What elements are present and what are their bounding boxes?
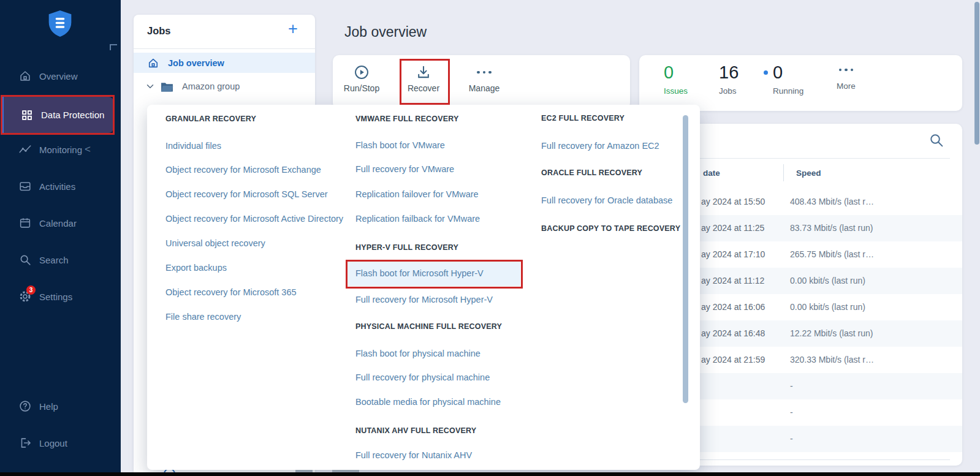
issues-label: Issues (664, 86, 688, 96)
menu-item-full-recovery-nutanix[interactable]: Full recovery for Nutanix AHV (355, 450, 472, 460)
sidebar-item-label: Settings (39, 292, 72, 302)
jobs-item-label: Job overview (168, 58, 224, 68)
stat-issues: 0 Issues (664, 62, 688, 96)
app-window: Overview Data Protection (0, 0, 980, 476)
cell-speed: 83.73 Mbit/s (last run) (790, 215, 873, 241)
sidebar-item-label: Calendar (39, 218, 77, 229)
cell-speed: - (790, 373, 793, 399)
column-header-speed[interactable]: Speed (796, 162, 821, 184)
menu-item-export-backups[interactable]: Export backups (165, 263, 227, 273)
sidebar-item-label: Logout (39, 438, 67, 448)
cell-speed: 320.33 Mbit/s (last r… (790, 347, 874, 373)
sidebar-item-overview[interactable]: Overview (0, 62, 121, 89)
issues-value: 0 (664, 62, 688, 83)
menu-item-bootable-media-physical[interactable]: Bootable media for physical machine (355, 397, 501, 407)
recovery-section-header: NUTANIX AHV FULL RECOVERY (355, 426, 476, 435)
more-label: More (837, 81, 856, 91)
menu-item-flash-boot-physical[interactable]: Flash boot for physical machine (355, 349, 481, 358)
sidebar-item-search[interactable]: Search (0, 246, 121, 273)
chevron-left-icon[interactable]: < (85, 143, 91, 156)
recovery-section-header: VMWARE FULL RECOVERY (355, 115, 459, 123)
menu-item-flash-boot-vmware[interactable]: Flash boot for VMware (355, 140, 445, 150)
sidebar-item-label: Activities (39, 181, 75, 192)
sidebar-item-settings[interactable]: 3 Settings (0, 283, 121, 310)
home-icon (18, 69, 32, 83)
sidebar-collapse-icon[interactable] (110, 44, 117, 50)
job-stats-panel: 0 Issues 16 Jobs 0 Running More (639, 55, 962, 111)
menu-item-active-directory[interactable]: Object recovery for Microsoft Active Dir… (165, 214, 343, 224)
logout-icon (18, 436, 32, 450)
menu-item-universal-object[interactable]: Universal object recovery (165, 238, 265, 248)
window-bottom-edge (0, 472, 980, 476)
play-circle-icon (334, 62, 389, 82)
jobs-item-label: Amazon group (182, 81, 240, 91)
add-job-button[interactable]: + (288, 20, 298, 39)
dropdown-scrollbar[interactable] (683, 115, 688, 403)
running-dot-icon (764, 70, 768, 75)
cell-date: ay 2024 at 21:59 (701, 347, 765, 373)
sidebar-item-label: Overview (39, 71, 78, 81)
gear-icon: 3 (18, 290, 32, 303)
page-scrollbar[interactable] (974, 2, 979, 145)
menu-item-replication-failback-vmware[interactable]: Replication failback for VMware (355, 214, 480, 224)
jobs-value: 16 (719, 62, 739, 83)
inbox-icon (18, 179, 32, 193)
menu-item-sql-server[interactable]: Object recovery for Microsoft SQL Server (165, 189, 328, 199)
cell-date: ay 2024 at 17:10 (701, 241, 765, 268)
menu-item-file-share[interactable]: File share recovery (165, 312, 241, 322)
job-toolbar: Run/Stop Recover Manage (333, 55, 630, 109)
sidebar-item-label: Data Protection (41, 110, 104, 120)
menu-item-replication-failover-vmware[interactable]: Replication failover for VMware (355, 189, 479, 199)
manage-label: Manage (457, 83, 512, 93)
sidebar-item-logout[interactable]: Logout (0, 429, 121, 456)
home-icon (147, 57, 159, 69)
column-divider[interactable] (783, 164, 784, 181)
search-icon (18, 253, 32, 266)
page-title: Job overview (344, 24, 427, 40)
menu-item-full-recovery-hyperv[interactable]: Full recovery for Microsoft Hyper-V (355, 295, 493, 304)
menu-item-microsoft-365[interactable]: Object recovery for Microsoft 365 (165, 287, 297, 297)
cell-speed: 408.43 Mbit/s (last r… (790, 189, 874, 215)
cell-speed: 0.00 kbit/s (last run) (790, 294, 865, 320)
sidebar-item-label: Monitoring (39, 145, 82, 155)
folder-icon (161, 81, 173, 92)
calendar-icon (18, 216, 32, 230)
menu-item-full-recovery-oracle[interactable]: Full recovery for Oracle database (541, 195, 672, 205)
app-logo-shield-icon (47, 9, 74, 39)
menu-item-full-recovery-vmware[interactable]: Full recovery for VMware (355, 164, 454, 174)
running-value: 0 (773, 62, 803, 83)
menu-item-individual-files[interactable]: Individual files (165, 141, 221, 151)
sidebar-item-calendar[interactable]: Calendar (0, 210, 121, 236)
sidebar-item-activities[interactable]: Activities (0, 173, 121, 200)
menu-item-full-recovery-ec2[interactable]: Full recovery for Amazon EC2 (541, 141, 659, 151)
menu-item-exchange[interactable]: Object recovery for Microsoft Exchange (165, 165, 321, 175)
cell-date: ay 2024 at 11:12 (701, 268, 764, 294)
cell-speed: 0.00 kbit/s (last run) (790, 268, 865, 294)
run-stop-button[interactable]: Run/Stop (334, 62, 389, 93)
stats-more-button[interactable]: More (837, 62, 856, 91)
running-label: Running (773, 86, 803, 96)
sidebar-item-help[interactable]: Help (0, 393, 121, 420)
sidebar-item-data-protection[interactable]: Data Protection (2, 97, 113, 133)
monitoring-chart-icon (18, 143, 32, 156)
settings-badge: 3 (26, 285, 36, 295)
sidebar-item-monitoring[interactable]: Monitoring < (0, 136, 121, 163)
recovery-section-header: ORACLE FULL RECOVERY (541, 168, 642, 177)
manage-button[interactable]: Manage (457, 62, 512, 93)
jobs-item-amazon-group[interactable]: Amazon group (134, 77, 315, 96)
sidebar-item-label: Help (39, 401, 58, 412)
column-header-date[interactable]: date (703, 162, 720, 184)
menu-item-full-recovery-physical[interactable]: Full recovery for physical machine (355, 372, 490, 382)
ellipsis-icon (457, 62, 512, 82)
menu-item-flash-boot-hyperv[interactable]: Flash boot for Microsoft Hyper-V (355, 268, 484, 278)
grid-icon (20, 108, 34, 122)
recover-button[interactable]: Recover (396, 62, 451, 93)
cell-speed: 12.22 Mbit/s (last run) (790, 320, 873, 347)
download-recover-icon (396, 62, 451, 82)
cell-date: ay 2024 at 11:25 (701, 215, 764, 241)
chevron-down-icon[interactable] (145, 81, 156, 92)
stat-jobs: 16 Jobs (719, 62, 739, 96)
jobs-item-job-overview[interactable]: Job overview (134, 53, 315, 73)
search-icon[interactable] (928, 132, 945, 149)
run-stop-label: Run/Stop (334, 83, 389, 93)
